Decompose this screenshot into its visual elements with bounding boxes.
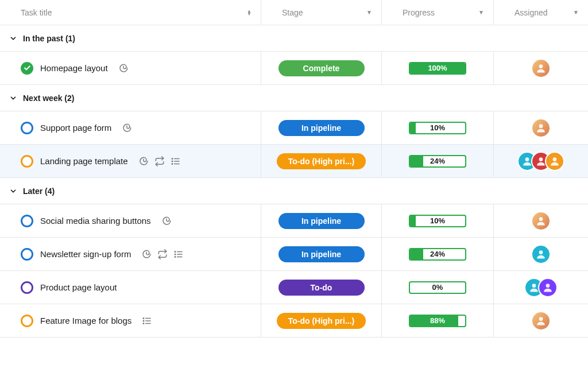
column-header-task-title[interactable]: Task title ▲▼ <box>0 0 261 25</box>
task-title-cell[interactable]: Feature Image for blogs <box>0 304 261 337</box>
chevron-down-icon[interactable] <box>9 187 17 195</box>
stage-pill[interactable]: Complete <box>278 60 365 76</box>
assigned-cell[interactable] <box>494 204 588 237</box>
progress-cell[interactable]: 100% <box>382 52 494 84</box>
stage-pill[interactable]: In pipeline <box>278 246 365 262</box>
task-row[interactable]: Product page layoutTo-do0% <box>0 271 588 304</box>
progress-cell[interactable]: 10% <box>382 111 494 144</box>
status-ring-icon[interactable] <box>21 281 33 294</box>
task-title-cell[interactable]: Newsletter sign-up form <box>0 238 261 270</box>
task-row[interactable]: Feature Image for blogsTo-do (High pri..… <box>0 304 588 338</box>
status-ring-icon[interactable] <box>21 315 33 327</box>
column-header-progress[interactable]: Progress ▼ <box>382 0 494 25</box>
stage-pill[interactable]: To-do <box>278 280 365 296</box>
status-ring-icon[interactable] <box>21 248 33 261</box>
stage-cell[interactable]: In pipeline <box>261 238 382 270</box>
avatar[interactable] <box>531 118 551 138</box>
dropdown-icon[interactable]: ▼ <box>573 9 579 15</box>
list-icon[interactable] <box>142 316 152 326</box>
chevron-down-icon[interactable] <box>9 34 17 42</box>
avatar[interactable] <box>531 59 551 78</box>
stage-pill[interactable]: In pipeline <box>278 213 365 229</box>
stage-pill[interactable]: In pipeline <box>278 120 365 136</box>
progress-cell[interactable]: 10% <box>382 204 494 237</box>
task-title-cell[interactable]: Landing page template <box>0 145 261 177</box>
stage-pill[interactable]: To-do (High pri...) <box>277 313 366 329</box>
stage-cell[interactable]: Complete <box>261 52 382 84</box>
status-ring-icon[interactable] <box>21 122 33 134</box>
repeat-icon[interactable] <box>154 156 165 166</box>
attachment-icon[interactable] <box>141 249 152 259</box>
sort-icon[interactable]: ▲▼ <box>247 10 252 15</box>
list-icon[interactable] <box>173 249 184 259</box>
progress-bar: 10% <box>409 215 466 227</box>
assigned-cell[interactable] <box>494 52 588 84</box>
assigned-cell[interactable] <box>494 304 588 337</box>
progress-label: 24% <box>410 156 465 166</box>
stage-pill[interactable]: To-do (High pri...) <box>277 153 366 169</box>
progress-cell[interactable]: 24% <box>382 238 494 270</box>
stage-cell[interactable]: To-do (High pri...) <box>261 145 382 177</box>
column-label: Task title <box>21 8 52 17</box>
avatar-group <box>531 311 551 331</box>
avatar[interactable] <box>531 311 551 331</box>
column-header-stage[interactable]: Stage ▼ <box>261 0 382 25</box>
task-row[interactable]: Newsletter sign-up formIn pipeline24% <box>0 238 588 271</box>
assigned-cell[interactable] <box>494 271 588 304</box>
avatar[interactable] <box>538 278 558 297</box>
task-title-text: Newsletter sign-up form <box>40 249 131 259</box>
dropdown-icon[interactable]: ▼ <box>366 9 372 15</box>
group-header[interactable]: In the past (1) <box>0 25 588 52</box>
status-ring-icon[interactable] <box>21 155 33 168</box>
assigned-cell[interactable] <box>494 238 588 270</box>
svg-point-19 <box>532 284 536 288</box>
svg-point-25 <box>144 320 145 321</box>
dropdown-icon[interactable]: ▼ <box>478 9 484 15</box>
avatar-group <box>531 59 551 78</box>
progress-bar: 10% <box>409 122 466 134</box>
stage-cell[interactable]: In pipeline <box>261 111 382 144</box>
progress-cell[interactable]: 88% <box>382 304 494 337</box>
svg-point-20 <box>546 284 550 288</box>
attachment-icon[interactable] <box>161 216 172 226</box>
status-ring-icon[interactable] <box>21 215 33 227</box>
task-row[interactable]: Homepage layoutComplete100% <box>0 52 588 85</box>
repeat-icon[interactable] <box>157 249 168 259</box>
progress-cell[interactable]: 24% <box>382 145 494 177</box>
task-title-cell[interactable]: Homepage layout <box>0 52 261 84</box>
avatar[interactable] <box>531 245 551 264</box>
stage-cell[interactable]: To-do (High pri...) <box>261 304 382 337</box>
avatar[interactable] <box>545 152 564 171</box>
stage-cell[interactable]: In pipeline <box>261 204 382 237</box>
task-title-cell[interactable]: Support page form <box>0 111 261 144</box>
task-title-text: Landing page template <box>40 156 128 166</box>
group-header[interactable]: Later (4) <box>0 178 588 204</box>
task-row[interactable]: Support page formIn pipeline10% <box>0 111 588 145</box>
list-icon[interactable] <box>171 156 181 166</box>
svg-point-5 <box>172 158 173 159</box>
svg-point-17 <box>175 256 176 257</box>
assigned-cell[interactable] <box>494 111 588 144</box>
attachment-icon[interactable] <box>118 63 129 73</box>
progress-cell[interactable]: 0% <box>382 271 494 304</box>
progress-bar: 24% <box>409 155 466 168</box>
status-complete-icon[interactable] <box>21 62 33 75</box>
progress-bar: 100% <box>409 62 466 75</box>
svg-point-1 <box>539 124 543 128</box>
task-title-text: Homepage layout <box>40 63 108 73</box>
attachment-icon[interactable] <box>138 156 149 166</box>
task-title-text: Product page layout <box>40 282 117 292</box>
svg-point-18 <box>539 250 543 254</box>
attachment-icon[interactable] <box>122 123 132 133</box>
column-header-assigned[interactable]: Assigned ▼ <box>494 0 588 25</box>
avatar[interactable] <box>531 211 551 231</box>
group-header[interactable]: Next week (2) <box>0 85 588 111</box>
task-row[interactable]: Social media sharing buttonsIn pipeline1… <box>0 204 588 238</box>
task-title-cell[interactable]: Social media sharing buttons <box>0 204 261 237</box>
progress-bar: 88% <box>409 315 466 327</box>
task-title-cell[interactable]: Product page layout <box>0 271 261 304</box>
chevron-down-icon[interactable] <box>9 94 17 102</box>
task-row[interactable]: Landing page templateTo-do (High pri...)… <box>0 145 588 178</box>
assigned-cell[interactable] <box>494 145 588 177</box>
stage-cell[interactable]: To-do <box>261 271 382 304</box>
